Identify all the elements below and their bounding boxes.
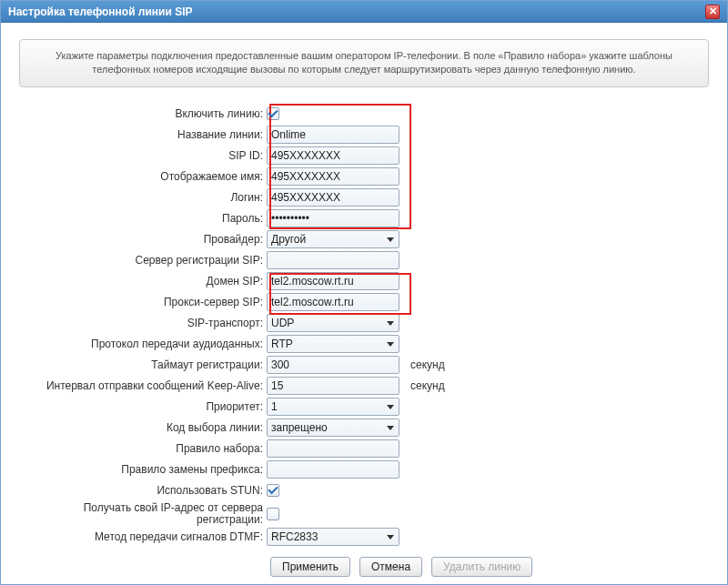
- input-reg-timeout[interactable]: [267, 356, 399, 374]
- select-audio-value: RTP: [271, 338, 293, 350]
- select-transport[interactable]: UDP: [267, 314, 399, 332]
- input-proxy[interactable]: [267, 293, 399, 311]
- select-dtmf[interactable]: RFC2833: [267, 528, 399, 546]
- chevron-down-icon: [384, 232, 397, 247]
- chevron-down-icon: [384, 316, 397, 330]
- input-display-name[interactable]: [267, 167, 399, 186]
- select-provider[interactable]: Другой: [267, 230, 399, 248]
- label-provider: Провайдер:: [19, 234, 267, 246]
- input-keepalive[interactable]: [267, 377, 399, 395]
- select-audio-protocol[interactable]: RTP: [267, 335, 399, 353]
- select-transport-value: UDP: [271, 317, 294, 329]
- select-priority[interactable]: 1: [267, 398, 399, 416]
- checkbox-use-stun[interactable]: [267, 484, 279, 497]
- window-title: Настройка телефонной линии SIP: [8, 5, 193, 18]
- dialog-sip-line-settings: Настройка телефонной линии SIP ✕ Укажите…: [0, 0, 728, 585]
- label-usestun: Использовать STUN:: [19, 485, 267, 497]
- chevron-down-icon: [384, 399, 397, 414]
- input-line-name[interactable]: [267, 126, 399, 144]
- input-dial-rule[interactable]: [267, 439, 399, 458]
- chevron-down-icon: [384, 530, 397, 544]
- delete-line-button[interactable]: Удалить линию: [431, 557, 532, 577]
- select-dtmf-value: RFC2833: [271, 530, 318, 543]
- label-getip: Получать свой IP-адрес от сервера регист…: [19, 502, 267, 526]
- cancel-button[interactable]: Отмена: [359, 557, 422, 577]
- suffix-seconds-2: секунд: [410, 379, 445, 392]
- label-enable: Включить линию:: [19, 108, 267, 120]
- select-line-code[interactable]: запрещено: [267, 419, 399, 437]
- select-provider-value: Другой: [271, 233, 306, 246]
- input-domain[interactable]: [267, 272, 399, 290]
- label-transport: SIP-транспорт:: [19, 318, 267, 329]
- input-reg-server[interactable]: [267, 251, 399, 269]
- label-priority: Приоритет:: [19, 401, 267, 413]
- form: Включить линию: Название линии: SIP ID: …: [19, 104, 709, 577]
- input-password[interactable]: [267, 209, 399, 227]
- label-audioproto: Протокол передачи аудиоданных:: [19, 338, 267, 350]
- label-dtmf: Метод передачи сигналов DTMF:: [19, 531, 267, 543]
- label-regtimeout: Таймаут регистрации:: [19, 359, 267, 371]
- label-regserver: Сервер регистрации SIP:: [19, 255, 267, 267]
- label-login: Логин:: [19, 192, 267, 204]
- close-icon[interactable]: ✕: [705, 5, 720, 19]
- label-dialrule: Правило набора:: [19, 443, 267, 455]
- label-proxy: Прокси-сервер SIP:: [19, 297, 267, 308]
- select-linecode-value: запрещено: [271, 421, 328, 434]
- suffix-seconds: секунд: [410, 358, 445, 371]
- info-text: Укажите параметры подключения предоставл…: [19, 39, 709, 87]
- label-keepalive: Интервал отправки сообщений Keep-Alive:: [19, 380, 267, 392]
- content-area: Укажите параметры подключения предоставл…: [1, 23, 727, 585]
- label-sipid: SIP ID:: [19, 150, 267, 162]
- input-sip-id[interactable]: [267, 146, 399, 165]
- label-password: Пароль:: [19, 213, 267, 225]
- chevron-down-icon: [384, 420, 397, 435]
- input-login[interactable]: [267, 188, 399, 207]
- label-linecode: Код выбора линии:: [19, 422, 267, 434]
- titlebar: Настройка телефонной линии SIP ✕: [1, 1, 727, 23]
- select-priority-value: 1: [271, 400, 278, 413]
- input-prefix-rule[interactable]: [267, 460, 399, 479]
- button-row: Применить Отмена Удалить линию: [19, 557, 709, 577]
- checkbox-enable[interactable]: [267, 107, 279, 120]
- label-domain: Домен SIP:: [19, 276, 267, 287]
- label-display: Отображаемое имя:: [19, 171, 267, 183]
- chevron-down-icon: [384, 337, 397, 351]
- label-name: Название линии:: [19, 129, 267, 141]
- label-prefixrule: Правило замены префикса:: [19, 464, 267, 476]
- checkbox-get-ip[interactable]: [267, 508, 279, 520]
- apply-button[interactable]: Применить: [270, 557, 350, 577]
